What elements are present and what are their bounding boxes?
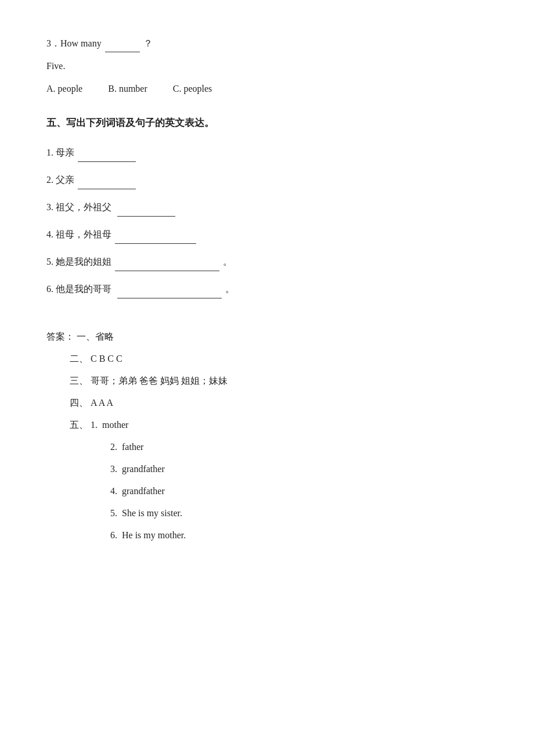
option-b: B. number bbox=[108, 81, 147, 98]
answer-section5-item-4: 4. grandfather bbox=[46, 482, 488, 501]
answer-section3-line: 三、 哥哥；弟弟 爸爸 妈妈 姐姐；妹妹 bbox=[46, 372, 488, 390]
fill-item-3-text: 祖父，外祖父 bbox=[56, 202, 111, 212]
answer-section5-item-5: 5. She is my sister. bbox=[46, 504, 488, 523]
question-3-section: 3．How many ？ Five. A. people B. number C… bbox=[46, 35, 488, 97]
fill-item-4-blank bbox=[115, 225, 196, 244]
fill-item-5-blank bbox=[115, 252, 219, 271]
answer-section4-label: 四、 bbox=[70, 398, 88, 408]
fill-item-2-num: 2. bbox=[46, 175, 53, 185]
fill-item-5: 5. 她是我的姐姐 。 bbox=[46, 252, 488, 271]
fill-item-3-blank bbox=[117, 197, 175, 217]
option-a: A. people bbox=[46, 81, 82, 98]
question-3-options: A. people B. number C. peoples bbox=[46, 81, 488, 98]
answer-s5-i4-val: grandfather bbox=[122, 486, 165, 496]
answer-s5-i3-val: grandfather bbox=[122, 464, 165, 474]
question-3-answer: Five. bbox=[46, 61, 65, 71]
answer-section2-line: 二、 C B C C bbox=[46, 350, 488, 368]
answer-s5-i2-num: 2. bbox=[110, 442, 117, 452]
answer-section5-item-3: 3. grandfather bbox=[46, 460, 488, 478]
fill-item-1-num: 1. bbox=[46, 147, 53, 157]
answer-section3-values: 哥哥；弟弟 爸爸 妈妈 姐姐；妹妹 bbox=[91, 376, 228, 386]
fill-item-6-blank bbox=[117, 279, 222, 298]
fill-item-6-suffix: 。 bbox=[225, 284, 234, 294]
answer-section: 答案： 一、省略 二、 C B C C 三、 哥哥；弟弟 爸爸 妈妈 姐姐；妹妹… bbox=[46, 327, 488, 545]
answer-s5-i2-val: father bbox=[122, 442, 143, 452]
answer-section1: 一、省略 bbox=[77, 332, 114, 341]
answer-s5-i5-val: She is my sister. bbox=[122, 508, 182, 518]
fill-item-4: 4. 祖母，外祖母 bbox=[46, 225, 488, 244]
question-3-line: 3．How many ？ bbox=[46, 35, 488, 52]
fill-item-5-num: 5. bbox=[46, 257, 53, 267]
question-3-text: 3．How many bbox=[46, 38, 102, 48]
fill-item-2-text: 父亲 bbox=[56, 175, 74, 185]
fill-item-3-num: 3. bbox=[46, 202, 53, 212]
answer-s5-i5-num: 5. bbox=[110, 508, 117, 518]
option-c: C. peoples bbox=[173, 81, 212, 98]
question-3-end: ？ bbox=[143, 38, 153, 48]
fill-item-6-text: 他是我的哥哥 bbox=[56, 284, 111, 294]
option-b-label: B. bbox=[108, 84, 117, 93]
option-c-value: peoples bbox=[183, 84, 212, 93]
fill-item-6-num: 6. bbox=[46, 284, 53, 294]
option-c-label: C. bbox=[173, 84, 182, 93]
answer-label: 答案： bbox=[46, 332, 74, 341]
question-3-answer-line: Five. bbox=[46, 58, 488, 75]
fill-item-3: 3. 祖父，外祖父 bbox=[46, 197, 488, 217]
answer-header-line: 答案： 一、省略 bbox=[46, 327, 488, 346]
answer-section5-item-1-value: mother bbox=[102, 420, 128, 430]
answer-section2-values: C B C C bbox=[91, 354, 122, 363]
answer-section5-item-2: 2. father bbox=[46, 438, 488, 456]
option-b-value: number bbox=[119, 84, 147, 93]
answer-section5-item-6: 6. He is my mother. bbox=[46, 526, 488, 545]
answer-s5-i6-num: 6. bbox=[110, 530, 117, 540]
section-5-title: 五、写出下列词语及句子的英文表达。 bbox=[46, 114, 488, 132]
answer-s5-i3-num: 3. bbox=[110, 464, 117, 474]
answer-s5-i4-num: 4. bbox=[110, 486, 117, 496]
answer-s5-i6-val: He is my mother. bbox=[122, 530, 186, 540]
fill-item-5-text: 她是我的姐姐 bbox=[56, 257, 111, 267]
answer-section5-item-1-num: 1. bbox=[91, 420, 98, 430]
answer-section5-header: 五、 1. mother bbox=[46, 416, 488, 434]
answer-section5-label: 五、 bbox=[70, 420, 88, 430]
fill-item-4-text: 祖母，外祖母 bbox=[56, 229, 111, 239]
fill-item-1-blank bbox=[78, 143, 136, 162]
fill-item-2-blank bbox=[78, 170, 136, 189]
answer-section3-label: 三、 bbox=[70, 376, 88, 386]
fill-item-1: 1. 母亲 bbox=[46, 143, 488, 162]
fill-item-1-text: 母亲 bbox=[56, 147, 74, 157]
fill-item-2: 2. 父亲 bbox=[46, 170, 488, 189]
answer-section2-label: 二、 bbox=[70, 354, 88, 363]
fill-item-4-num: 4. bbox=[46, 229, 53, 239]
option-a-label: A. bbox=[46, 84, 56, 93]
fill-item-5-suffix: 。 bbox=[223, 257, 232, 267]
fill-item-6: 6. 他是我的哥哥 。 bbox=[46, 279, 488, 298]
answer-section4-values: A A A bbox=[91, 398, 113, 408]
option-a-value: people bbox=[58, 84, 83, 93]
answer-section4-line: 四、 A A A bbox=[46, 394, 488, 412]
question-3-blank bbox=[105, 35, 140, 52]
